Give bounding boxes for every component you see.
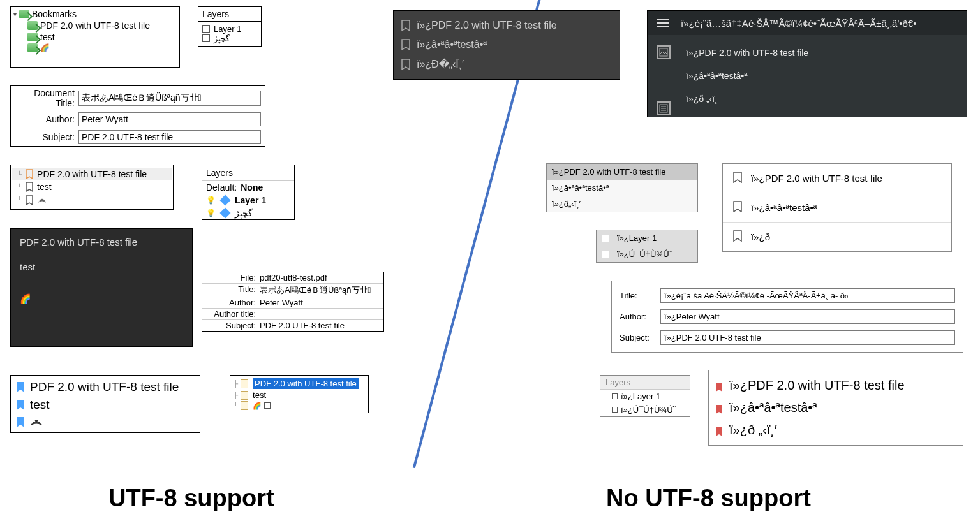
page-icon: [241, 379, 248, 388]
checkbox-icon[interactable]: [612, 393, 618, 399]
layer-item[interactable]: ï»¿Layer 1: [597, 230, 697, 246]
outline-item-label: test: [37, 182, 52, 192]
bookmark-icon: [27, 21, 38, 30]
layer-item[interactable]: ï»¿Ú¯Ú†Ù¾Ú˜: [597, 246, 697, 262]
gray-item[interactable]: ï»¿PDF 2.0 with UTF-8 test file: [547, 164, 697, 180]
hamburger-icon[interactable]: [657, 17, 669, 29]
gray-item[interactable]: ï»¿ð„‹ï¸′: [547, 196, 697, 212]
layer-item-label: ï»¿Ú¯Ú†Ù¾Ú˜: [621, 405, 676, 414]
author-input[interactable]: ï»¿Peter Wyatt: [660, 309, 955, 324]
tree-item-label: PDF 2.0 with UTF-8 test file: [253, 378, 359, 389]
bookmark-icon: [26, 182, 33, 192]
checkbox-icon[interactable]: [602, 251, 609, 258]
layers-right-panel: ï»¿Layer 1 ï»¿Ú¯Ú†Ù¾Ú˜: [596, 230, 698, 263]
bookmark-item-label: PDF 2.0 with UTF-8 test file: [30, 380, 179, 394]
page-icon: [241, 391, 248, 400]
layer-item[interactable]: Layer 1: [202, 24, 257, 34]
tree-item[interactable]: ├ PDF 2.0 with UTF-8 test file: [232, 378, 366, 390]
bookmark-item-label: test: [30, 398, 50, 412]
bookmark-item-label: ï»¿ð „‹ï¸′: [729, 423, 777, 437]
default-value: None: [241, 182, 263, 193]
dark-title[interactable]: PDF 2.0 with UTF-8 test file: [11, 229, 192, 255]
bookmark-item[interactable]: ï»¿â•ªâ•ªtestâ•ª: [723, 193, 951, 223]
diamond-icon: [220, 195, 231, 206]
title-label: Title:: [206, 284, 260, 296]
tree-item-label: test: [253, 390, 266, 400]
mobile-dark-panel: ï»¿è¡¨ã…šã†‡Aé·ŠÅ™Ã©ï¼¢é•˜ÃœÃŸÂªÄ–Ã±ä¸‚ã…: [647, 10, 967, 117]
checkbox-icon[interactable]: [264, 402, 271, 409]
red-bookmarks-panel: ï»¿PDF 2.0 with UTF-8 test file ï»¿â•ªâ•…: [708, 370, 963, 446]
layer-item[interactable]: ï»¿Ú¯Ú†Ù¾Ú˜: [600, 403, 690, 416]
mobile-item[interactable]: ï»¿â•ªâ•ªtestâ•ª: [686, 64, 958, 87]
bookmark-item[interactable]: ï»¿â•ªâ•ªtestâ•ª: [399, 35, 614, 54]
bookmark-item[interactable]: ï»¿PDF 2.0 with UTF-8 test file: [723, 164, 951, 193]
bookmark-item[interactable]: 🌈: [13, 43, 177, 53]
outline-item[interactable]: └: [12, 193, 172, 207]
bookmark-icon: [715, 381, 723, 391]
list-icon[interactable]: [657, 101, 671, 115]
layer-item-label: ï»¿Layer 1: [617, 233, 657, 243]
mobile-item[interactable]: ï»¿ð „‹ï¸: [686, 87, 958, 110]
checkbox-icon[interactable]: [612, 407, 618, 413]
dark-sub[interactable]: test: [11, 255, 192, 280]
bookmark-item[interactable]: ï»¿Ð�„‹Ï¸′: [399, 54, 614, 74]
bookmark-item[interactable]: ï»¿â•ªâ•ªtestâ•ª: [715, 397, 956, 419]
title-input[interactable]: ï»¿è¡¨ã šã Aé·ŠÅ½Ã©ï¼¢é -ÃœÃŸÂªÄ-Ã±ä¸ ã-…: [660, 288, 955, 303]
bookmark-icon: [733, 172, 742, 185]
author-label: Author:: [15, 114, 75, 124]
bookmarks-root[interactable]: ▾ Bookmarks: [13, 8, 177, 20]
bookmark-item[interactable]: ï»¿PDF 2.0 with UTF-8 test file: [399, 16, 614, 35]
bookmark-item[interactable]: PDF 2.0 with UTF-8 test file: [13, 20, 177, 31]
layers-title: Layers: [600, 376, 690, 390]
bookmark-item[interactable]: ï»¿ð „‹ï¸′: [715, 419, 956, 441]
white-outline-panel: ï»¿PDF 2.0 with UTF-8 test file ï»¿â•ªâ•…: [722, 163, 952, 252]
subject-label: Subject:: [616, 333, 660, 342]
bookmark-icon: [16, 399, 25, 411]
outline-panel: └ PDF 2.0 with UTF-8 test file └ test └: [10, 165, 174, 210]
gray-item[interactable]: ï»¿â•ªâ•ªtestâ•ª: [547, 180, 697, 196]
image-icon[interactable]: [657, 45, 671, 59]
layer-item[interactable]: 💡 Layer 1: [202, 194, 294, 207]
author-input[interactable]: Peter Wyatt: [78, 112, 261, 126]
bookmarks-root-label: Bookmarks: [32, 9, 77, 19]
layer-item-label: گچپژ: [235, 208, 253, 218]
outline-item[interactable]: └ PDF 2.0 with UTF-8 test file: [12, 168, 172, 180]
author-value: Peter Wyatt: [260, 298, 303, 307]
bookmark-icon: [16, 416, 25, 428]
subject-label: Subject:: [15, 132, 75, 142]
tree-item[interactable]: └ 🌈: [232, 400, 366, 411]
bookmark-item[interactable]: test: [12, 396, 198, 414]
layer-item[interactable]: 💡 گچپژ: [202, 207, 294, 219]
bookmark-icon: [733, 230, 742, 244]
outline-item[interactable]: └ test: [12, 180, 172, 193]
subject-input[interactable]: ï»¿PDF 2.0 UTF-8 test file: [660, 330, 955, 345]
layers-title: Layers: [202, 165, 294, 180]
doc-title-input[interactable]: 表ポあA鷗ŒéＢ逍Üßªąñ丂㐀𠀀: [78, 91, 261, 106]
checkbox-icon[interactable]: [202, 34, 210, 42]
file-label: File:: [206, 273, 260, 282]
checkbox-icon[interactable]: [202, 25, 210, 33]
signal-icon: [37, 194, 47, 205]
subject-input[interactable]: PDF 2.0 UTF-8 test file: [78, 130, 261, 144]
author-label: Author:: [616, 312, 660, 321]
checkbox-icon[interactable]: [602, 235, 609, 242]
bookmark-item[interactable]: [12, 414, 198, 430]
bookmark-item[interactable]: test: [13, 31, 177, 43]
layer-item[interactable]: ï»¿Layer 1: [600, 390, 690, 403]
default-label: Default:: [206, 182, 237, 193]
title-value: 表ポあA鷗ŒéＢ逍Üßªąñ丂㐀𠀀: [260, 284, 371, 296]
bookmark-item[interactable]: ï»¿PDF 2.0 with UTF-8 test file: [715, 374, 956, 397]
layers-panel: Layers Layer 1 گچپژ: [198, 6, 262, 47]
bookmark-item-label: ï»¿PDF 2.0 with UTF-8 test file: [729, 378, 905, 393]
bookmark-item[interactable]: ï»¿ð: [723, 223, 951, 251]
layer-item[interactable]: گچپژ: [202, 34, 257, 43]
bookmark-item-label: ï»¿ð: [751, 231, 770, 242]
tree-item[interactable]: ├ test: [232, 390, 366, 400]
layer-item-label: ï»¿Layer 1: [621, 392, 660, 401]
gray-stack-panel: ï»¿PDF 2.0 with UTF-8 test file ï»¿â•ªâ•…: [546, 163, 698, 212]
bookmark-icon: [26, 195, 33, 205]
bookmark-item[interactable]: PDF 2.0 with UTF-8 test file: [12, 378, 198, 396]
bookmark-icon: [27, 43, 38, 52]
mobile-item[interactable]: ï»¿PDF 2.0 with UTF-8 test file: [686, 41, 958, 64]
layers-gray-panel: Layers ï»¿Layer 1 ï»¿Ú¯Ú†Ù¾Ú˜: [600, 375, 690, 417]
